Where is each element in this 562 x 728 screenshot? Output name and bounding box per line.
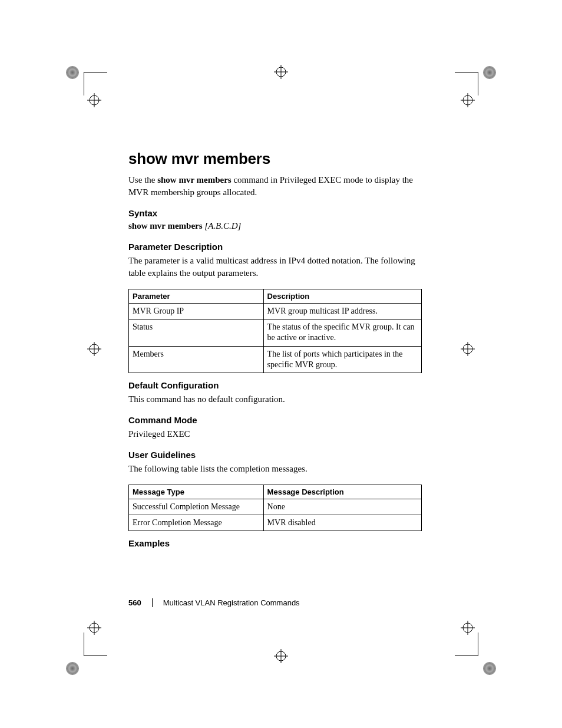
page-number: 560 — [128, 598, 141, 607]
command-title: show mvr members — [128, 150, 423, 168]
footer-divider — [152, 598, 153, 607]
registration-target-icon — [87, 93, 101, 107]
registration-disc-icon — [483, 66, 496, 79]
user-guidelines-heading: User Guidelines — [128, 450, 423, 460]
table-row: Members The list of ports which particip… — [129, 346, 422, 373]
command-mode-heading: Command Mode — [128, 415, 423, 425]
message-table: Message Type Message Description Success… — [128, 485, 422, 531]
syntax-command: show mvr members — [128, 221, 203, 230]
col-parameter: Parameter — [129, 289, 264, 304]
cell-param: MVR Group IP — [129, 304, 264, 319]
table-header-row: Parameter Description — [129, 289, 422, 304]
user-guidelines-body: The following table lists the completion… — [128, 463, 423, 475]
parameter-table: Parameter Description MVR Group IP MVR g… — [128, 289, 422, 373]
syntax-heading: Syntax — [128, 208, 423, 218]
registration-disc-icon — [483, 662, 496, 675]
cell-msg-desc: None — [263, 499, 421, 515]
registration-target-icon — [274, 65, 288, 79]
cell-msg-type: Successful Completion Message — [129, 499, 264, 515]
cell-desc: The status of the specific MVR group. It… — [263, 319, 421, 346]
table-row: Status The status of the specific MVR gr… — [129, 319, 422, 346]
intro-command: show mvr members — [157, 175, 232, 185]
syntax-argument: [A.B.C.D] — [203, 221, 242, 230]
param-intro: The parameter is a valid multicast addre… — [128, 255, 423, 279]
col-description: Description — [263, 289, 421, 304]
col-message-desc: Message Description — [263, 485, 421, 499]
cell-desc: MVR group multicast IP address. — [263, 304, 421, 319]
table-row: Successful Completion Message None — [129, 499, 422, 515]
registration-target-icon — [461, 621, 475, 635]
syntax-line: show mvr members [A.B.C.D] — [128, 221, 423, 231]
command-mode-body: Privileged EXEC — [128, 428, 423, 440]
intro-prefix: Use the — [128, 175, 157, 185]
default-config-body: This command has no default configuratio… — [128, 393, 423, 406]
registration-disc-icon — [66, 662, 79, 675]
registration-disc-icon — [66, 66, 79, 79]
page-content: show mvr members Use the show mvr member… — [128, 150, 423, 551]
cell-msg-desc: MVR disabled — [263, 515, 421, 531]
registration-target-icon — [274, 649, 288, 663]
cell-param: Status — [129, 319, 264, 346]
cell-desc: The list of ports which participates in … — [263, 346, 421, 373]
intro-paragraph: Use the show mvr members command in Priv… — [128, 174, 423, 199]
examples-heading: Examples — [128, 538, 423, 548]
table-header-row: Message Type Message Description — [129, 485, 422, 499]
chapter-title: Multicast VLAN Registration Commands — [163, 598, 300, 607]
cell-msg-type: Error Completion Message — [129, 515, 264, 531]
table-row: Error Completion Message MVR disabled — [129, 515, 422, 531]
page-footer: 560 Multicast VLAN Registration Commands — [128, 598, 300, 607]
cell-param: Members — [129, 346, 264, 373]
registration-target-icon — [461, 342, 475, 356]
registration-target-icon — [461, 93, 475, 107]
col-message-type: Message Type — [129, 485, 264, 499]
param-heading: Parameter Description — [128, 242, 423, 252]
registration-target-icon — [87, 621, 101, 635]
registration-target-icon — [87, 342, 101, 356]
default-config-heading: Default Configuration — [128, 380, 423, 390]
table-row: MVR Group IP MVR group multicast IP addr… — [129, 304, 422, 319]
